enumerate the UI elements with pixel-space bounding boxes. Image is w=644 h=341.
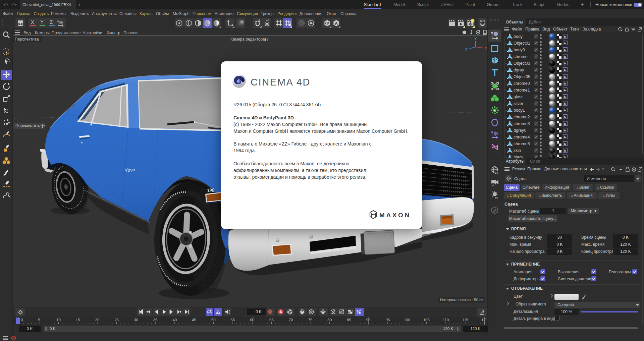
svg-text:A: A [279,310,282,314]
svg-text:A: A [335,21,338,26]
svg-text:100: 100 [404,318,410,322]
svg-text:dgray: dgray [514,68,524,72]
svg-text:Z: Z [465,48,468,52]
svg-text:skin: skin [514,148,521,153]
svg-text:body: body [514,34,523,39]
svg-text:silver: silver [514,101,523,106]
svg-text:105: 105 [423,318,430,322]
svg-text:dgray0: dgray0 [514,128,526,133]
svg-text:90: 90 [366,318,371,322]
svg-text:45: 45 [192,318,196,322]
svg-text:Object03: Object03 [514,61,530,66]
svg-text:50: 50 [211,318,216,322]
svg-text:65: 65 [269,318,274,322]
svg-text:Object01: Object01 [514,41,530,46]
svg-text:85: 85 [347,318,351,322]
svg-text:chrome0: chrome0 [514,81,530,86]
svg-text:95: 95 [386,318,390,322]
svg-text:0: 0 [21,318,23,322]
svg-text:10: 10 [56,318,61,322]
svg-text:40: 40 [172,318,177,322]
svg-text:60: 60 [250,318,254,322]
svg-text:chrome: chrome [514,54,528,59]
svg-text:110: 110 [443,318,449,322]
svg-text:75: 75 [308,318,313,322]
svg-text:20: 20 [95,318,100,322]
svg-text:55: 55 [231,318,235,322]
svg-text:chrome3: chrome3 [514,121,530,126]
svg-text:35: 35 [153,318,158,322]
svg-text:115: 115 [462,318,468,322]
svg-text:25: 25 [114,318,119,322]
svg-text:30: 30 [134,318,138,322]
svg-text:MAXON: MAXON [379,212,411,219]
svg-text:ST: ST [495,171,498,174]
svg-text:st: st [495,196,497,199]
svg-text:X: X [485,46,487,50]
svg-text:chrome1: chrome1 [514,88,530,93]
svg-text:70: 70 [289,318,293,322]
svg-text:15: 15 [76,318,80,322]
svg-text:80: 80 [327,318,332,322]
svg-text:390: 390 [206,187,215,193]
svg-text:chrome4: chrome4 [514,135,530,139]
svg-text:black: black [514,155,524,158]
svg-text:body1: body1 [514,108,525,113]
svg-text:chrome2: chrome2 [514,115,530,119]
svg-text:5: 5 [38,318,40,322]
svg-text:body0: body0 [514,48,525,52]
svg-text:Y: Y [474,37,477,41]
svg-text:st: st [492,184,494,187]
svg-text:Object05: Object05 [514,74,530,79]
svg-text:chrome5: chrome5 [514,141,530,146]
svg-text:Nova: Nova [124,167,135,173]
svg-text:glass: glass [514,95,523,99]
svg-text:120: 120 [481,318,487,322]
